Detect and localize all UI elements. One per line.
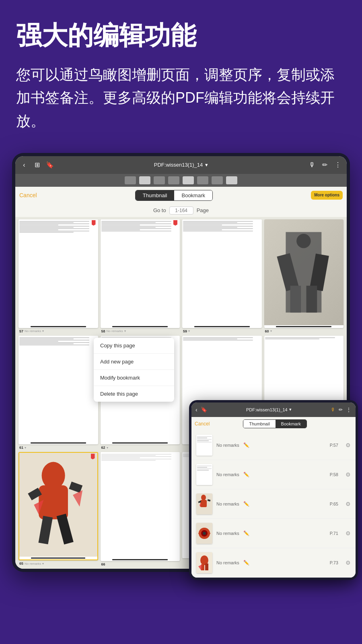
bk-art-71: [196, 523, 212, 544]
thumb-label-59: 59 ▾: [182, 329, 262, 333]
grid-icon[interactable]: ⊞: [33, 161, 41, 169]
sec-cancel-button[interactable]: Cancel: [195, 421, 210, 427]
text-59: [182, 219, 262, 233]
bookmark-item-71[interactable]: No remarks ✏️ P.71 ⚙: [191, 519, 356, 548]
underline-58: [112, 326, 168, 327]
tab-bookmark[interactable]: Bookmark: [174, 190, 212, 200]
more-options-button[interactable]: More options: [311, 191, 343, 200]
sec-more-icon[interactable]: ⋮: [346, 407, 352, 413]
bk-settings-58[interactable]: ⚙: [346, 471, 351, 478]
thumb-card-58[interactable]: [101, 219, 180, 328]
thumb-65[interactable]: 65 No remarks ▾: [19, 452, 98, 566]
tool-1[interactable]: [125, 176, 136, 184]
thumb-card-66[interactable]: [101, 452, 180, 561]
tool-5[interactable]: [183, 176, 194, 184]
art-figure-60: [264, 219, 344, 325]
thumb-61[interactable]: 61 ▾: [19, 336, 98, 450]
thumb-card-59[interactable]: [182, 219, 262, 328]
thumb-img-65: [19, 453, 97, 557]
bookmark-icon[interactable]: 🔖: [46, 161, 54, 169]
sec-tab-bookmark[interactable]: Bookmark: [276, 420, 307, 428]
context-copy-page[interactable]: Copy this page: [94, 338, 174, 354]
bookmark-item-65[interactable]: No remarks ✏️ P.65 ⚙: [191, 489, 356, 519]
sec-bookmark-icon[interactable]: 🔖: [201, 407, 207, 413]
cancel-button[interactable]: Cancel: [19, 192, 37, 198]
goto-suffix: Page: [197, 207, 209, 213]
bookmark-item-57[interactable]: No remarks ✏️ P.57 ⚙: [191, 431, 356, 460]
context-delete-page[interactable]: Delete this page: [94, 386, 174, 402]
svg-marker-13: [73, 490, 82, 507]
more-icon[interactable]: ⋮: [334, 161, 342, 169]
chevron-icon[interactable]: ▾: [205, 162, 208, 168]
text-57: [19, 219, 98, 235]
bk-remark-71: No remarks: [216, 531, 239, 536]
thumb-card-60[interactable]: [264, 219, 344, 328]
bk-settings-57[interactable]: ⚙: [346, 442, 351, 448]
thumb-58[interactable]: 58 No remarks ▾: [101, 219, 180, 333]
sec-mic-icon[interactable]: 🎙: [331, 407, 335, 413]
topbar-center: PDF:wissen13(1)_14 ▾: [154, 162, 208, 168]
tool-3[interactable]: [154, 176, 165, 184]
thumb-57[interactable]: 57 No remarks ▾: [19, 219, 98, 333]
back-icon[interactable]: ‹: [20, 161, 28, 169]
sec-topbar-center: PDF:wissen13(1)_14 ▾: [246, 407, 292, 412]
tool-8[interactable]: [226, 176, 237, 184]
svg-rect-7: [39, 485, 68, 520]
sec-pen-icon[interactable]: ✏: [339, 407, 343, 413]
topbar-right: 🎙 ✏ ⋮: [308, 161, 342, 169]
thumb-card-61[interactable]: [19, 336, 98, 444]
bk-remark-65: No remarks: [216, 502, 239, 506]
bk-thumb-73: [196, 552, 212, 573]
bk-thumb-65: [196, 493, 212, 514]
sec-chevron-icon[interactable]: ▾: [289, 407, 292, 412]
context-add-page[interactable]: Add new page: [94, 354, 174, 370]
sec-tab-thumbnail[interactable]: Thumbnail: [243, 420, 275, 428]
bookmark-item-73[interactable]: No remarks ✏️ P.73 ⚙: [191, 548, 356, 578]
text-63: [182, 336, 262, 343]
mic-icon[interactable]: 🎙: [308, 161, 316, 169]
sec-topbar-left: ‹ 🔖: [195, 407, 207, 413]
thumb-label-62: 62 ▾: [101, 446, 180, 450]
thumb-label-66: 66: [101, 562, 180, 566]
underline-65: [31, 557, 85, 559]
thumb-60[interactable]: 60 ▾: [264, 219, 344, 333]
tool-6[interactable]: [197, 176, 208, 184]
fighter-svg-65: [19, 453, 97, 557]
thumb-66[interactable]: 66: [101, 452, 180, 566]
svg-rect-10: [39, 516, 53, 545]
bookmark-item-58[interactable]: No remarks ✏️ P.58 ⚙: [191, 460, 356, 489]
tool-4[interactable]: [168, 176, 179, 184]
bk-settings-71[interactable]: ⚙: [346, 530, 351, 537]
bk-remark-57: No remarks: [216, 443, 239, 448]
bookmark-flag-65: [91, 454, 95, 459]
bk-settings-65[interactable]: ⚙: [346, 501, 351, 507]
thumb-card-65[interactable]: [19, 452, 98, 560]
thumb-img-66: [101, 452, 180, 558]
bk-edit-icon-71[interactable]: ✏️: [243, 530, 249, 536]
bk-edit-icon-73[interactable]: ✏️: [243, 560, 249, 566]
tool-7[interactable]: [212, 176, 223, 184]
secondary-device: ‹ 🔖 PDF:wissen13(1)_14 ▾ 🎙 ✏ ⋮ Cancel Th…: [189, 400, 358, 580]
bk-thumb-57: [196, 435, 212, 456]
bk-page-71: P.71: [330, 531, 338, 536]
sec-filename: PDF:wissen13(1)_14: [246, 407, 288, 412]
tab-thumbnail[interactable]: Thumbnail: [136, 190, 175, 200]
sec-tabbar: Cancel Thumbnail Bookmark: [191, 417, 356, 431]
thumb-card-57[interactable]: [19, 219, 98, 328]
bk-edit-icon-65[interactable]: ✏️: [243, 501, 249, 507]
filename-label: PDF:wissen13(1)_14: [154, 162, 203, 168]
context-modify-bookmark[interactable]: Modify bookmark: [94, 370, 174, 386]
main-description: 您可以通过鸟瞰图增删页面，调整页序，复制或添加书签备注。更多高级的PDF编辑功能…: [16, 63, 346, 133]
page-number-input[interactable]: [169, 206, 193, 215]
bk-settings-73[interactable]: ⚙: [346, 559, 351, 566]
bk-edit-icon-58[interactable]: ✏️: [243, 472, 249, 477]
thumbnail-grid-row1: 57 No remarks ▾: [15, 217, 347, 336]
thumb-img-60: [264, 219, 344, 325]
pen-icon[interactable]: ✏: [321, 161, 329, 169]
tool-2[interactable]: [139, 176, 150, 184]
thumb-59[interactable]: 59 ▾: [182, 219, 262, 333]
sec-back-icon[interactable]: ‹: [195, 407, 197, 413]
underline-57: [31, 326, 86, 327]
bk-edit-icon-57[interactable]: ✏️: [243, 442, 249, 448]
bk-page-58: P.58: [330, 472, 338, 477]
